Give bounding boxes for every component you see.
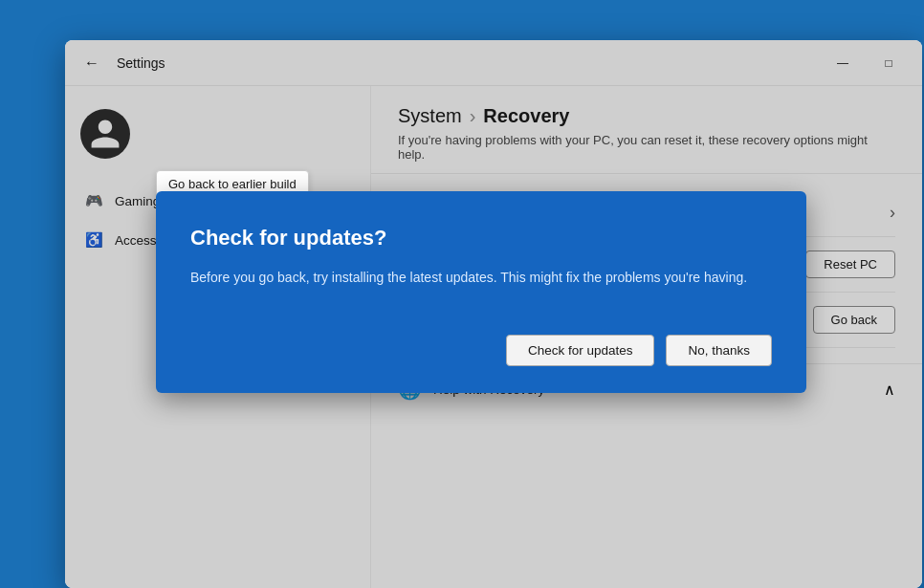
dialog-title: Check for updates?: [190, 226, 772, 250]
dialog-body: Before you go back, try installing the l…: [190, 268, 772, 289]
settings-window: ← Settings — □ 🎮 Gaming: [65, 40, 922, 588]
no-thanks-button[interactable]: No, thanks: [666, 335, 772, 366]
check-updates-dialog: Check for updates? Before you go back, t…: [156, 191, 806, 393]
dialog-actions: Check for updates No, thanks: [190, 335, 772, 366]
check-for-updates-button[interactable]: Check for updates: [506, 335, 655, 366]
